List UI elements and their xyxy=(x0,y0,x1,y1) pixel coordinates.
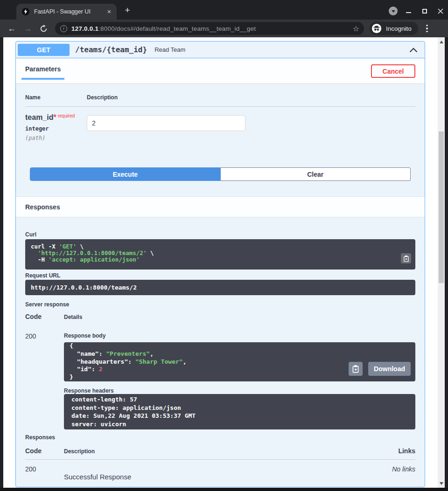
request-url-block: http://127.0.0.1:8000/teams/2 xyxy=(25,280,415,295)
column-details: Details xyxy=(64,313,82,320)
close-tab-icon[interactable]: × xyxy=(105,7,114,16)
page-content: GET /teams/{team_id} Read Team Parameter… xyxy=(3,37,445,488)
url-host: 127.0.0.1 xyxy=(71,25,98,32)
doc-links: No links xyxy=(392,465,415,481)
tab-parameters[interactable]: Parameters xyxy=(21,65,64,80)
column-description: Description xyxy=(64,447,398,455)
url-path: :8000/docs#/default/read_team_teams__tea… xyxy=(98,25,256,32)
request-url-label: Request URL xyxy=(25,272,415,279)
required-label: required xyxy=(58,113,75,118)
response-headers-label: Response headers xyxy=(64,387,415,394)
documented-responses-label: Responses xyxy=(25,434,415,441)
execute-row: Execute Clear xyxy=(30,167,411,181)
reload-icon[interactable] xyxy=(37,22,49,35)
server-response-table-header: Code Details xyxy=(25,313,415,320)
responses-section-header: Responses xyxy=(16,196,425,217)
parameters-table: Name Description team_id*required intege… xyxy=(16,84,425,181)
column-code: Code xyxy=(25,447,64,455)
curl-block: curl -X 'GET' \ 'http://127.0.0.1:8000/t… xyxy=(25,239,415,270)
column-name: Name xyxy=(25,94,87,101)
window-controls xyxy=(389,6,445,16)
opblock-get-teams: GET /teams/{team_id} Read Team Parameter… xyxy=(15,41,425,487)
documented-responses-header: Code Description Links xyxy=(25,447,415,460)
back-icon[interactable]: ← xyxy=(6,22,18,35)
fastapi-favicon-icon xyxy=(22,8,29,15)
incognito-icon xyxy=(371,23,382,34)
copy-response-icon[interactable] xyxy=(349,362,363,376)
new-tab-button[interactable]: + xyxy=(122,5,133,15)
response-body-label: Response body xyxy=(64,332,415,339)
doc-description: Successful Response xyxy=(64,465,392,481)
server-response-details: Response body { "name": "Preventers", "h… xyxy=(64,332,415,429)
site-info-icon[interactable]: i xyxy=(60,25,67,32)
required-star: * xyxy=(53,113,56,121)
parameter-location: (path) xyxy=(25,135,87,141)
parameter-type: integer xyxy=(25,125,87,132)
browser-tab[interactable]: FastAPI - Swagger UI × xyxy=(16,4,117,20)
url-text: 127.0.0.1:8000/docs#/default/read_team_t… xyxy=(71,25,350,32)
copy-curl-icon[interactable] xyxy=(401,253,411,263)
scrollbar-down-icon[interactable] xyxy=(438,480,445,487)
server-response-row: 200 Response body { "name": "Preventers"… xyxy=(25,332,415,429)
maximize-button[interactable] xyxy=(420,6,429,16)
scrollbar-thumb[interactable] xyxy=(439,131,444,283)
execute-button[interactable]: Execute xyxy=(30,167,221,181)
responses-body: Curl curl -X 'GET' \ 'http://127.0.0.1:8… xyxy=(16,217,425,481)
documented-response-row: 200 Successful Response No links xyxy=(25,460,415,481)
bookmark-star-icon[interactable]: ☆ xyxy=(353,24,359,33)
tab-title: FastAPI - Swagger UI xyxy=(34,8,105,15)
request-url-value: http://127.0.0.1:8000/teams/2 xyxy=(31,284,410,291)
response-headers-block: content-length: 57 content-type: applica… xyxy=(64,394,415,429)
doc-status-code: 200 xyxy=(25,465,64,481)
endpoint-summary: Read Team xyxy=(154,46,409,53)
browser-menu-icon[interactable] xyxy=(423,25,431,33)
cancel-button[interactable]: Cancel xyxy=(371,64,415,78)
server-response-label: Server response xyxy=(25,301,415,308)
download-button[interactable]: Download xyxy=(368,362,411,376)
endpoint-path: /teams/{team_id} xyxy=(75,45,147,54)
parameters-table-header: Name Description xyxy=(25,84,415,107)
parameter-name: team_id*required xyxy=(25,113,87,122)
chevron-up-icon[interactable] xyxy=(409,47,418,53)
minimize-button[interactable] xyxy=(404,6,413,16)
response-body-actions: Download xyxy=(349,362,411,376)
tab-search-icon[interactable] xyxy=(389,7,398,15)
incognito-label: Incognito xyxy=(386,25,412,32)
page-scrollbar[interactable] xyxy=(438,37,445,488)
forward-icon[interactable]: → xyxy=(21,22,34,35)
responses-title: Responses xyxy=(25,203,60,211)
team-id-input[interactable] xyxy=(87,115,245,131)
response-body-block: { "name": "Preventers", "headquarters": … xyxy=(64,342,415,381)
parameter-value-cell xyxy=(87,113,245,141)
parameters-section-header: Parameters Cancel xyxy=(16,58,425,84)
scrollbar-up-icon[interactable] xyxy=(438,38,445,45)
parameter-meta: team_id*required integer (path) xyxy=(25,113,87,141)
column-code: Code xyxy=(25,313,64,320)
window-bottom-border xyxy=(0,488,448,491)
close-window-button[interactable] xyxy=(435,6,445,16)
status-code: 200 xyxy=(25,332,64,429)
opblock-header[interactable]: GET /teams/{team_id} Read Team xyxy=(16,41,425,58)
method-badge: GET xyxy=(18,44,70,56)
url-bar[interactable]: i 127.0.0.1:8000/docs#/default/read_team… xyxy=(55,22,364,35)
curl-label: Curl xyxy=(25,231,415,238)
tab-strip: FastAPI - Swagger UI × + xyxy=(0,0,448,20)
browser-toolbar: ← → i 127.0.0.1:8000/docs#/default/read_… xyxy=(0,20,448,37)
column-links: Links xyxy=(398,447,415,455)
parameter-row: team_id*required integer (path) xyxy=(25,107,415,141)
column-description: Description xyxy=(87,94,118,101)
clear-button[interactable]: Clear xyxy=(221,167,411,181)
incognito-badge: Incognito xyxy=(370,22,418,35)
documented-responses-table: Code Description Links 200 Successful Re… xyxy=(25,447,415,481)
